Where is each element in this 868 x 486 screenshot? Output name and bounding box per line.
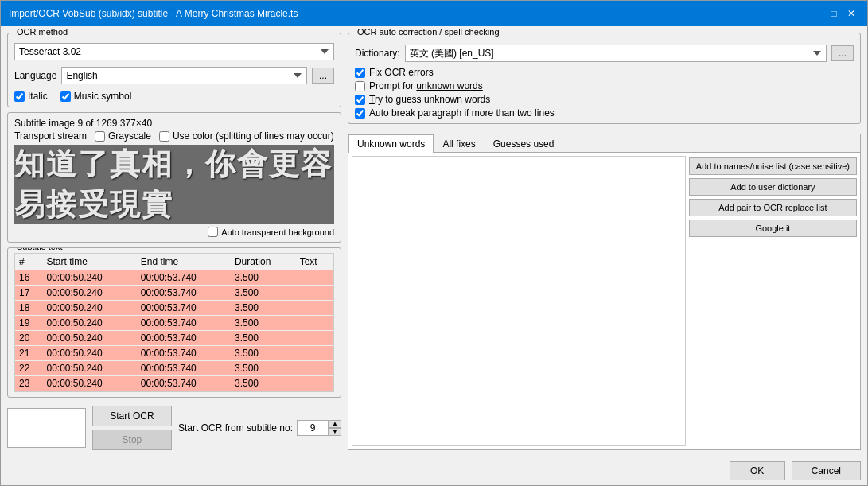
auto-break-item[interactable]: Auto break paragraph if more than two li… <box>355 107 854 119</box>
auto-transparent-label: Auto transparent background <box>221 227 334 237</box>
fix-ocr-label: Fix OCR errors <box>369 67 434 78</box>
left-panel: OCR method Tesseract 3.02 Language Engli… <box>7 33 341 450</box>
language-browse-button[interactable]: ... <box>312 68 334 84</box>
spinner-up-button[interactable]: ▲ <box>329 420 341 428</box>
auto-transparent-checkbox[interactable] <box>208 227 218 237</box>
table-row[interactable]: 1700:00:50.24000:00:53.7403.500 <box>15 286 333 301</box>
correction-options: Fix OCR errors Prompt for unknown words … <box>355 67 854 119</box>
language-label: Language <box>14 70 56 81</box>
table-row[interactable]: 2000:00:50.24000:00:53.7403.500 <box>15 331 333 346</box>
try-guess-label: Try to guess unknown words <box>369 94 490 105</box>
prompt-unknown-item[interactable]: Prompt for unknown words <box>355 80 854 91</box>
subtitle-number-input[interactable] <box>297 420 329 436</box>
grayscale-label: Grayscale <box>108 130 151 142</box>
action-buttons: Add to names/noise list (case sensitive)… <box>689 156 857 446</box>
use-color-label: Use color (splitting of lines may occur) <box>173 130 334 142</box>
subtitle-image-group: Subtitle image 9 of 1269 377×40 Transpor… <box>7 112 341 243</box>
subtitle-tbody: 1600:00:50.24000:00:53.7403.5001700:00:5… <box>15 270 333 391</box>
col-start: Start time <box>42 254 136 270</box>
dictionary-browse-button[interactable]: ... <box>831 45 854 61</box>
stop-button[interactable]: Stop <box>92 430 172 450</box>
window-title: Import/OCR VobSub (sub/idx) subtitle - A… <box>9 8 298 19</box>
prompt-unknown-checkbox[interactable] <box>355 81 365 91</box>
window-bottom: OK Cancel <box>1 457 867 485</box>
close-button[interactable]: ✕ <box>843 6 859 21</box>
fix-ocr-checkbox[interactable] <box>355 68 365 78</box>
try-guess-item[interactable]: Try to guess unknown words <box>355 94 854 105</box>
google-it-button[interactable]: Google it <box>689 220 857 237</box>
title-bar: Import/OCR VobSub (sub/idx) subtitle - A… <box>1 1 867 26</box>
table-row[interactable]: 2300:00:50.24000:00:53.7403.500 <box>15 376 333 391</box>
grayscale-item[interactable]: Grayscale <box>95 130 151 142</box>
fix-ocr-item[interactable]: Fix OCR errors <box>355 67 854 78</box>
subtitle-text-title: Subtitle text <box>14 247 64 251</box>
ok-button[interactable]: OK <box>730 461 785 480</box>
cancel-button[interactable]: Cancel <box>792 461 861 480</box>
subtitle-text-group: Subtitle text # Start time End time Dura… <box>7 247 341 398</box>
image-header-left: Subtitle image 9 of 1269 377×40 Transpor… <box>14 118 334 142</box>
grayscale-checkbox[interactable] <box>95 131 105 142</box>
image-header: Subtitle image 9 of 1269 377×40 Transpor… <box>14 118 334 142</box>
music-symbol-checkbox[interactable] <box>60 91 71 102</box>
tab-bar: Unknown words All fixes Guesses used <box>348 134 860 153</box>
transport-row: Transport stream Grayscale Use color (sp… <box>14 130 334 142</box>
ocr-correction-group: OCR auto correction / spell checking Dic… <box>348 33 861 124</box>
main-window: Import/OCR VobSub (sub/idx) subtitle - A… <box>0 0 868 486</box>
tab-all-fixes[interactable]: All fixes <box>434 134 484 153</box>
auto-break-checkbox[interactable] <box>355 108 365 119</box>
image-info: Subtitle image 9 of 1269 377×40 <box>14 118 334 129</box>
right-panel: OCR auto correction / spell checking Dic… <box>348 33 861 450</box>
auto-break-label: Auto break paragraph if more than two li… <box>369 107 555 119</box>
italic-checkbox-item[interactable]: Italic <box>14 91 48 102</box>
use-color-checkbox[interactable] <box>159 131 169 142</box>
from-subtitle-row: Start OCR from subtitle no: ▲ ▼ <box>178 420 341 436</box>
auto-transparent-row: Auto transparent background <box>14 227 334 237</box>
spinner-buttons: ▲ ▼ <box>329 420 341 436</box>
table-row[interactable]: 2100:00:50.24000:00:53.7403.500 <box>15 346 333 361</box>
transport-stream-label: Transport stream <box>14 130 87 142</box>
from-subtitle-label: Start OCR from subtitle no: <box>178 422 293 434</box>
table-row[interactable]: 1600:00:50.24000:00:53.7403.500 <box>15 270 333 286</box>
music-symbol-checkbox-item[interactable]: Music symbol <box>60 91 132 102</box>
language-row: Language English ... <box>14 67 334 84</box>
col-num: # <box>15 254 42 270</box>
text-preview-box <box>7 408 86 448</box>
maximize-button[interactable]: □ <box>826 6 842 21</box>
add-pair-button[interactable]: Add pair to OCR replace list <box>689 199 857 216</box>
preview-text: 知道了真相，你會更容易接受現實 <box>14 145 334 224</box>
bottom-controls: Start OCR Stop Start OCR from subtitle n… <box>7 406 341 450</box>
dictionary-select[interactable]: 英文 (美國) [en_US] <box>405 45 827 62</box>
italic-checkbox[interactable] <box>14 91 25 102</box>
ocr-method-select[interactable]: Tesseract 3.02 <box>14 43 334 60</box>
music-symbol-label: Music symbol <box>74 91 132 102</box>
table-row[interactable]: 1800:00:50.24000:00:53.7403.500 <box>15 301 333 316</box>
table-row[interactable]: 1900:00:50.24000:00:53.7403.500 <box>15 316 333 331</box>
italic-label: Italic <box>28 91 48 102</box>
minimize-button[interactable]: — <box>808 6 824 21</box>
table-row[interactable]: 2200:00:50.24000:00:53.7403.500 <box>15 361 333 376</box>
try-guess-checkbox[interactable] <box>355 95 365 105</box>
tab-unknown-words[interactable]: Unknown words <box>348 134 434 153</box>
subtitle-text-box: Subtitle text # Start time End time Dura… <box>7 247 341 398</box>
col-text: Text <box>296 254 333 270</box>
ocr-method-label: OCR method <box>14 27 70 37</box>
start-ocr-button[interactable]: Start OCR <box>92 406 172 426</box>
add-names-button[interactable]: Add to names/noise list (case sensitive) <box>689 157 857 175</box>
spinner-down-button[interactable]: ▼ <box>329 428 341 436</box>
prompt-unknown-label: Prompt for unknown words <box>369 80 483 91</box>
dictionary-label: Dictionary: <box>355 48 400 59</box>
dictionary-row: Dictionary: 英文 (美國) [en_US] ... <box>355 45 854 62</box>
ocr-controls: Start OCR Stop <box>92 406 172 450</box>
col-duration: Duration <box>231 254 296 270</box>
language-select[interactable]: English <box>61 67 307 84</box>
options-row: Italic Music symbol <box>14 91 334 102</box>
use-color-item[interactable]: Use color (splitting of lines may occur) <box>159 130 334 142</box>
window-controls: — □ ✕ <box>808 6 859 21</box>
subtitle-table: # Start time End time Duration Text 1600… <box>15 254 333 391</box>
unknown-words-list[interactable] <box>352 156 686 446</box>
add-user-dict-button[interactable]: Add to user dictionary <box>689 178 857 196</box>
ocr-method-group: OCR method Tesseract 3.02 Language Engli… <box>7 33 341 107</box>
ocr-correction-title: OCR auto correction / spell checking <box>355 27 502 37</box>
subtitle-table-wrapper[interactable]: # Start time End time Duration Text 1600… <box>14 253 334 392</box>
tab-guesses-used[interactable]: Guesses used <box>485 134 563 153</box>
